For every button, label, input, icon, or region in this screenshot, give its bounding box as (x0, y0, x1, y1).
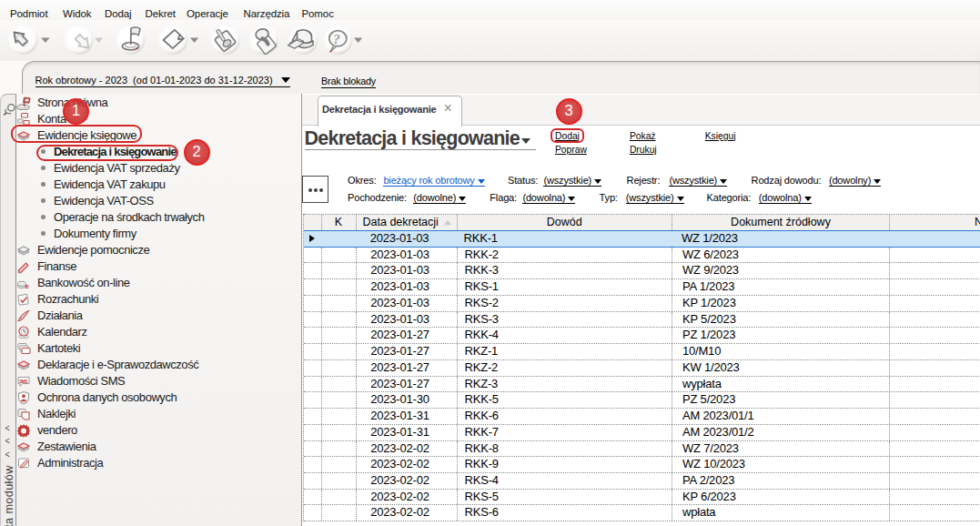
svg-text:?: ? (333, 32, 340, 46)
svg-text:e: e (25, 281, 30, 289)
svg-text:SMS: SMS (19, 379, 27, 383)
